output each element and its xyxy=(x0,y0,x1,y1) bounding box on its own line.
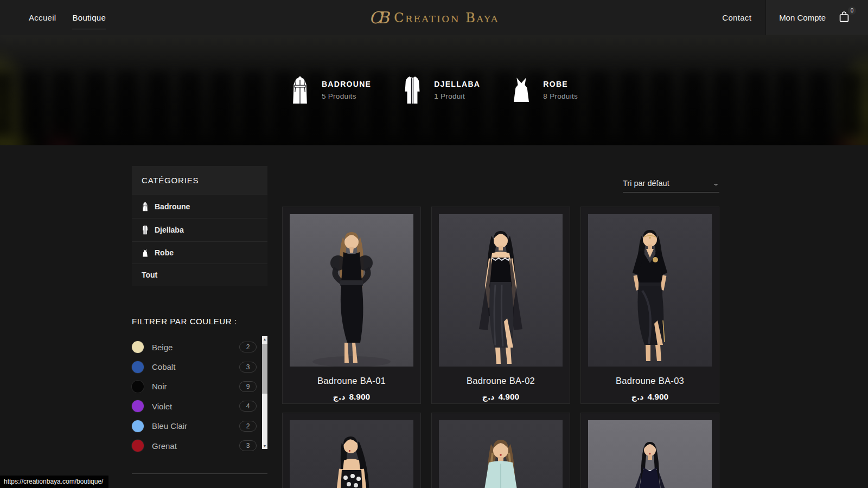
product-photo[interactable] xyxy=(290,420,413,488)
product-card-ba-01[interactable]: Badroune BA-01 د.ج 8.900 xyxy=(282,207,421,404)
sidebar-item-djellaba[interactable]: Djellaba xyxy=(132,218,267,241)
product-photo[interactable] xyxy=(588,214,712,367)
hero-banner: BADROUNE 5 Produits DJELLABA 1 Produit R… xyxy=(0,35,868,145)
scroll-down-arrow-icon[interactable]: ▼ xyxy=(262,443,267,449)
hero-category-name: BADROUNE xyxy=(322,80,371,88)
site-logo[interactable]: CB Creation Baya xyxy=(369,8,499,27)
filters-sidebar: CATÉGORIES Badroune Djellaba Robe Tout F… xyxy=(132,166,267,488)
hero-category-count: 1 Produit xyxy=(434,92,480,100)
color-swatch xyxy=(132,341,144,353)
currency-dzd: د.ج xyxy=(482,393,495,401)
nav-mon-compte[interactable]: Mon Compte xyxy=(779,13,826,22)
color-count-badge: 2 xyxy=(239,421,257,432)
sidebar-item-label: Badroune xyxy=(155,202,190,211)
color-label: Noir xyxy=(152,382,231,391)
hero-category-robe[interactable]: ROBE 8 Produits xyxy=(512,77,578,103)
badroune-gown-icon xyxy=(142,202,149,211)
sidebar-item-badroune[interactable]: Badroune xyxy=(132,195,267,218)
color-filter-grenat[interactable]: Grenat 3 xyxy=(132,436,257,455)
color-count-badge: 9 xyxy=(239,381,257,392)
hero-category-count: 8 Produits xyxy=(543,92,578,100)
djellaba-coat-icon xyxy=(142,225,149,235)
top-header: Accueil Boutique CB Creation Baya Contac… xyxy=(0,0,868,35)
color-count-badge: 4 xyxy=(239,401,257,412)
color-swatch xyxy=(132,361,144,373)
robe-dress-icon xyxy=(512,77,531,103)
color-count-badge: 3 xyxy=(239,362,257,373)
scrollbar-thumb[interactable] xyxy=(262,344,267,394)
sidebar-item-label: Tout xyxy=(142,271,157,279)
cart-count-badge: 0 xyxy=(848,7,856,15)
categories-box: CATÉGORIES Badroune Djellaba Robe Tout xyxy=(132,166,267,286)
product-card-partial-1[interactable] xyxy=(282,413,421,488)
djellaba-coat-icon xyxy=(403,75,422,105)
shop-main: Tri par défaut ⌄ xyxy=(282,166,719,488)
product-photo[interactable] xyxy=(439,214,563,367)
robe-dress-icon xyxy=(142,249,149,257)
color-filter-title: FILTRER PAR COULEUR : xyxy=(132,317,267,326)
hero-category-count: 5 Produits xyxy=(322,92,371,100)
color-count-badge: 2 xyxy=(239,342,257,352)
price-amount: 8.900 xyxy=(349,392,370,402)
scroll-up-arrow-icon[interactable]: ▲ xyxy=(262,336,267,342)
price-amount: 4.900 xyxy=(498,392,519,402)
color-label: Bleu Clair xyxy=(152,421,231,431)
logo-text: Creation Baya xyxy=(394,10,499,25)
product-title[interactable]: Badroune BA-02 xyxy=(439,376,563,386)
color-swatch xyxy=(132,420,144,432)
product-grid: Badroune BA-01 د.ج 8.900 xyxy=(282,207,719,488)
main-nav: Accueil Boutique xyxy=(29,13,106,22)
color-list-scrollbar[interactable]: ▲ ▼ xyxy=(262,336,267,449)
hero-category-djellaba[interactable]: DJELLABA 1 Produit xyxy=(403,75,480,105)
sidebar-item-robe[interactable]: Robe xyxy=(132,241,267,264)
currency-dzd: د.ج xyxy=(631,393,644,401)
badroune-gown-icon xyxy=(290,75,310,105)
sidebar-divider xyxy=(132,473,267,474)
color-count-badge: 3 xyxy=(239,440,257,451)
price-amount: 4.900 xyxy=(647,392,668,402)
color-filter-list: Beige 2 Cobalt 3 Noir 9 Violet 4 Bleu Cl… xyxy=(132,337,267,455)
sidebar-item-label: Robe xyxy=(155,248,174,257)
product-price: د.ج 4.900 xyxy=(588,392,712,402)
account-zone: Mon Compte 0 xyxy=(765,0,868,35)
statusbar-url: https://creationbaya.com/boutique/ xyxy=(0,476,108,488)
categories-title: CATÉGORIES xyxy=(132,166,267,195)
chevron-down-icon: ⌄ xyxy=(712,180,719,187)
header-right: Contact Mon Compte 0 xyxy=(722,0,868,35)
sidebar-item-tout[interactable]: Tout xyxy=(132,264,267,286)
product-price: د.ج 4.900 xyxy=(439,392,563,402)
color-swatch xyxy=(132,400,144,412)
currency-dzd: د.ج xyxy=(333,393,346,401)
color-label: Beige xyxy=(152,343,231,352)
product-card-partial-3[interactable] xyxy=(580,413,719,488)
color-swatch xyxy=(132,381,144,393)
product-photo[interactable] xyxy=(439,420,563,488)
sort-selected-value: Tri par défaut xyxy=(623,179,669,188)
hero-category-badroune[interactable]: BADROUNE 5 Produits xyxy=(290,75,371,105)
color-filter-violet[interactable]: Violet 4 xyxy=(132,396,257,416)
cart-button[interactable]: 0 xyxy=(838,10,852,24)
color-filter-noir[interactable]: Noir 9 xyxy=(132,377,257,396)
nav-boutique[interactable]: Boutique xyxy=(72,13,106,29)
product-card-partial-2[interactable] xyxy=(431,413,570,488)
nav-contact[interactable]: Contact xyxy=(722,13,751,22)
logo-monogram-icon: CB xyxy=(369,8,389,27)
color-label: Violet xyxy=(152,402,231,411)
color-label: Cobalt xyxy=(152,362,231,371)
product-title[interactable]: Badroune BA-01 xyxy=(290,376,413,386)
sidebar-item-label: Djellaba xyxy=(155,226,184,234)
sort-dropdown[interactable]: Tri par défaut ⌄ xyxy=(623,179,719,192)
product-photo[interactable] xyxy=(588,420,712,488)
color-filter-beige[interactable]: Beige 2 xyxy=(132,337,257,357)
product-card-ba-02[interactable]: Badroune BA-02 د.ج 4.900 xyxy=(431,207,570,404)
product-card-ba-03[interactable]: Badroune BA-03 د.ج 4.900 xyxy=(580,207,719,404)
color-filter-bleu-clair[interactable]: Bleu Clair 2 xyxy=(132,416,257,436)
nav-accueil[interactable]: Accueil xyxy=(29,13,56,22)
color-filter-cobalt[interactable]: Cobalt 3 xyxy=(132,357,257,376)
product-photo[interactable] xyxy=(290,214,413,367)
hero-category-name: ROBE xyxy=(543,80,578,88)
product-title[interactable]: Badroune BA-03 xyxy=(588,376,712,386)
color-swatch xyxy=(132,440,144,452)
color-label: Grenat xyxy=(152,441,231,451)
hero-category-name: DJELLABA xyxy=(434,80,480,88)
